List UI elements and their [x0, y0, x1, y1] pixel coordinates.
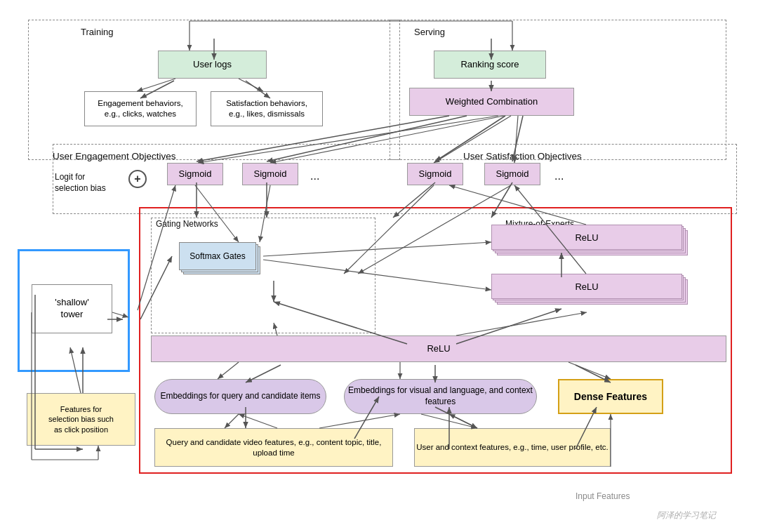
user-context-features-box: User and context features, e.g., time, u… — [414, 428, 611, 467]
query-candidate-video-box: Query and candidate video features, e.g.… — [154, 428, 393, 467]
objectives-region — [53, 144, 737, 214]
embeddings-query-box: Embeddings for query and candidate items — [154, 379, 326, 414]
sigmoid4-box: Sigmoid — [484, 163, 540, 185]
ranking-score-box: Ranking score — [434, 51, 546, 79]
features-selection-bias-box: Features for selection bias such as clic… — [27, 393, 135, 446]
relu-wide-box: ReLU — [151, 335, 726, 362]
embeddings-visual-box: Embeddings for visual and language, and … — [344, 379, 537, 414]
training-region — [28, 20, 400, 160]
watermark: 阿泽的学习笔记 — [657, 510, 716, 521]
diagram-container: Training Serving User logs Ranking score… — [0, 0, 758, 532]
dots1-label: ... — [310, 170, 319, 182]
sigmoid3-box: Sigmoid — [407, 163, 463, 185]
gating-networks-label: Gating Networks — [156, 219, 218, 229]
weighted-combination-box: Weighted Combination — [409, 88, 574, 116]
user-logs-box: User logs — [158, 51, 267, 79]
dots2-label: ... — [554, 170, 564, 182]
input-features-label: Input Features — [576, 491, 630, 501]
relu-top-stacked: ReLU — [491, 225, 695, 263]
circle-plus: + — [128, 170, 147, 188]
relu-bottom-stacked: ReLU — [491, 274, 695, 312]
shallow-tower-box: 'shallow' tower — [32, 284, 112, 333]
satisfaction-behaviors-box: Satisfaction behaviors, e.g., likes, dis… — [211, 91, 323, 126]
sigmoid1-box: Sigmoid — [167, 163, 223, 185]
softmax-gates-container: Softmax Gates — [179, 242, 263, 284]
sigmoid2-box: Sigmoid — [242, 163, 298, 185]
logit-label: Logit forselection bias — [55, 172, 125, 194]
dense-features-box: Dense Features — [558, 379, 663, 414]
engagement-behaviors-box: Engagement behaviors, e.g., clicks, watc… — [84, 91, 197, 126]
